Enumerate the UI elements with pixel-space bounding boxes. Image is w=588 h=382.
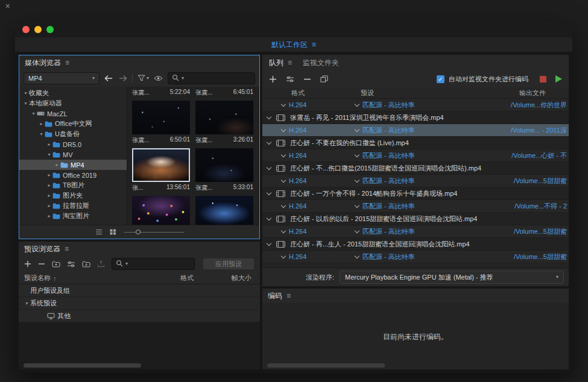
queue-output-row[interactable]: H.264匹配源 - 高比特率/Volume...5甜甜蜜: [262, 175, 569, 187]
import-preset-icon[interactable]: [82, 261, 90, 268]
preset-row-其他[interactable]: 其他: [19, 310, 260, 322]
chevron-right-icon[interactable]: ▸: [46, 213, 52, 219]
queue-output-row[interactable]: H.264匹配源 - 高比特率/Volume...5甜甜蜜: [262, 251, 569, 263]
format-dropdown[interactable]: [278, 231, 289, 233]
chevron-right-icon[interactable]: ▸: [46, 183, 52, 188]
preset-dropdown[interactable]: [352, 104, 362, 106]
panel-menu-icon[interactable]: ≡: [65, 58, 69, 67]
close-button[interactable]: [22, 26, 30, 33]
tree-item-U盘备份[interactable]: ▾U盘备份: [19, 129, 127, 139]
queue-output-row[interactable]: H.264匹配源 - 高比特率/Volume... - 2011深: [262, 124, 569, 137]
horizontal-scrollbar[interactable]: [267, 363, 385, 368]
preset-link[interactable]: 匹配源 - 高比特率: [362, 227, 415, 236]
tree-item-拉普拉斯[interactable]: ▸拉普拉斯: [19, 201, 127, 211]
zoom-slider-knob[interactable]: [136, 230, 141, 234]
format-link[interactable]: H.264: [289, 152, 352, 159]
column-format[interactable]: 格式: [180, 274, 194, 283]
chevron-down-icon[interactable]: ▾: [22, 101, 29, 106]
chevron-down-icon[interactable]: ▾: [38, 131, 45, 137]
output-file-link[interactable]: /Volume...心妍 - 不: [511, 151, 567, 160]
format-link[interactable]: H.264: [289, 127, 352, 134]
preset-link[interactable]: 匹配源 - 高比特率: [362, 252, 415, 261]
tree-item-Office中文网[interactable]: ▸Office中文网: [19, 119, 127, 129]
panel-menu-icon[interactable]: ≡: [286, 292, 291, 300]
tree-item-Office 2019[interactable]: ▸Office 2019: [19, 170, 127, 180]
queue-source-row[interactable]: 张震岳 - 再见 - 2011深圳卫视跨年音乐季演唱会.mp4: [262, 111, 569, 124]
renderer-dropdown[interactable]: Mercury Playback Engine GPU 加速 (Metal) -…: [340, 271, 564, 284]
format-dropdown[interactable]: [278, 180, 289, 182]
tree-item-DR5.0[interactable]: ▸DR5.0: [19, 139, 127, 149]
chevron-down-icon[interactable]: ▾: [30, 111, 37, 116]
back-button[interactable]: [104, 75, 113, 82]
video-thumbnail[interactable]: [195, 196, 253, 225]
workspace-tab[interactable]: 默认工作区 ≡: [271, 40, 316, 50]
tree-item-MacZL[interactable]: ▾MacZL: [19, 108, 127, 119]
add-source-button[interactable]: [269, 75, 277, 83]
video-thumbnail[interactable]: [195, 101, 253, 134]
output-file-link[interactable]: /Volume... - 2011深: [511, 126, 567, 135]
preset-dropdown[interactable]: [352, 180, 362, 182]
tree-item-MV[interactable]: ▾MV: [19, 149, 127, 160]
column-preset-name[interactable]: 预设名称 ↑: [24, 274, 57, 283]
remove-item-button[interactable]: [303, 75, 311, 83]
video-thumbnail[interactable]: [132, 148, 190, 182]
preset-link[interactable]: 匹配源 - 高比特率: [362, 126, 415, 135]
chevron-down-icon[interactable]: ▾: [24, 301, 30, 306]
video-thumbnail[interactable]: [195, 148, 253, 182]
tree-item-TB图片[interactable]: ▸TB图片: [19, 180, 127, 190]
video-thumbnail[interactable]: [132, 101, 190, 134]
format-link[interactable]: H.264: [289, 228, 352, 235]
preset-search-input[interactable]: ▾: [112, 258, 195, 270]
filter-icon[interactable]: ▾: [138, 75, 149, 82]
tree-item-本地驱动器[interactable]: ▾本地驱动器: [19, 98, 127, 108]
add-preset-button[interactable]: [24, 260, 31, 268]
auto-encode-checkbox[interactable]: ✓: [437, 75, 444, 83]
queue-output-row[interactable]: H.264匹配源 - 高比特率/Volume...5甜甜蜜: [262, 225, 569, 238]
format-link[interactable]: H.264: [289, 253, 352, 260]
queue-output-row[interactable]: H.264匹配源 - 高比特率/Volume...不得 - 2: [262, 200, 569, 213]
format-dropdown[interactable]: [278, 104, 289, 106]
preset-row-系统预设[interactable]: ▾系统预设: [19, 297, 260, 310]
preset-dropdown[interactable]: [352, 205, 362, 207]
format-link[interactable]: H.264: [289, 101, 352, 108]
preset-row-用户预设及组[interactable]: 用户预设及组: [19, 284, 260, 297]
add-output-settings-icon[interactable]: [286, 76, 294, 83]
format-link[interactable]: H.264: [289, 202, 352, 210]
output-file-link[interactable]: /Volume...5甜甜蜜: [514, 252, 567, 261]
chevron-right-icon[interactable]: ▸: [46, 193, 52, 198]
preset-link[interactable]: 匹配源 - 高比特率: [362, 177, 415, 186]
chevron-right-icon[interactable]: ▸: [46, 203, 52, 208]
queue-source-row[interactable]: 庄心妍 - 不要在我的伤口撒盐 (Live).mp4: [262, 137, 569, 149]
preview-eye-icon[interactable]: [154, 75, 163, 81]
format-dropdown[interactable]: [278, 256, 289, 258]
preset-link[interactable]: 匹配源 - 高比特率: [362, 101, 415, 110]
export-preset-icon[interactable]: [97, 260, 105, 268]
apply-preset-button[interactable]: 应用预设: [203, 258, 254, 270]
horizontal-scrollbar[interactable]: [24, 363, 141, 368]
format-link[interactable]: H.264: [289, 177, 352, 184]
format-dropdown[interactable]: [278, 155, 289, 157]
tree-item-收藏夹[interactable]: ▾收藏夹: [19, 88, 127, 98]
chevron-down-icon[interactable]: ▾: [46, 152, 52, 157]
panel-menu-icon[interactable]: ≡: [288, 58, 292, 67]
preset-dropdown[interactable]: [352, 130, 362, 131]
stop-queue-button[interactable]: [540, 76, 546, 83]
search-input[interactable]: ▾: [168, 72, 255, 84]
forward-button[interactable]: [118, 75, 127, 82]
tab-watch-folders[interactable]: 监视文件夹: [303, 58, 339, 68]
tab-queue[interactable]: 队列 ≡: [269, 58, 292, 68]
chevron-right-icon[interactable]: ▸: [46, 142, 52, 147]
preset-link[interactable]: 匹配源 - 高比特率: [362, 151, 415, 160]
column-frame-size[interactable]: 帧大小: [232, 274, 251, 283]
preset-link[interactable]: 匹配源 - 高比特率: [362, 202, 415, 211]
output-file-link[interactable]: /Volume...你的世界: [511, 101, 567, 110]
queue-source-row[interactable]: 庄心妍 - 以后的以后 - 2015甜甜蜜语全国巡回演唱会沈阳站.mp4: [262, 213, 569, 225]
preset-settings-icon[interactable]: [67, 261, 75, 268]
queue-source-row[interactable]: 庄心妍 - 不...伤口撒盐(2015甜甜蜜语全国巡回演唱会沈阳站).mp4: [262, 162, 569, 175]
thumbnail-view-icon[interactable]: [110, 229, 116, 235]
queue-output-row[interactable]: H.264匹配源 - 高比特率/Volume...心妍 - 不: [262, 149, 569, 162]
chevron-right-icon[interactable]: ▸: [54, 162, 60, 168]
preset-dropdown[interactable]: [352, 155, 362, 157]
queue-output-row[interactable]: H.264匹配源 - 高比特率/Volume...你的世界: [262, 99, 569, 111]
preset-dropdown[interactable]: [352, 256, 362, 258]
